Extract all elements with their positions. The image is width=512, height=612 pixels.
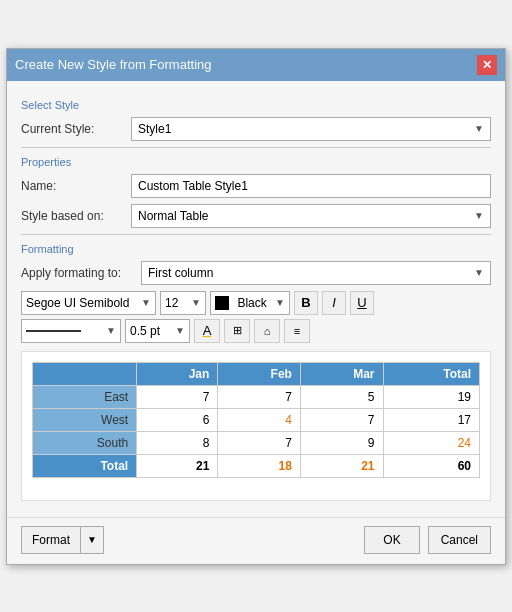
size-value: 12 bbox=[165, 296, 178, 310]
cell-west-mar: 7 bbox=[300, 408, 383, 431]
preview-table: Jan Feb Mar Total East 7 7 5 19 bbox=[32, 362, 480, 478]
shading-icon: ⌂ bbox=[264, 325, 271, 337]
row-label-east: East bbox=[33, 385, 137, 408]
current-style-select[interactable]: Style1 ▼ bbox=[131, 117, 491, 141]
cell-south-mar: 9 bbox=[300, 431, 383, 454]
row-label-south: South bbox=[33, 431, 137, 454]
apply-arrow: ▼ bbox=[474, 267, 484, 278]
properties-section-label: Properties bbox=[21, 156, 491, 168]
row-label-west: West bbox=[33, 408, 137, 431]
border-width-arrow: ▼ bbox=[175, 325, 185, 336]
current-style-control: Style1 ▼ bbox=[131, 117, 491, 141]
format-button[interactable]: Format bbox=[21, 526, 81, 554]
cell-total-total: 60 bbox=[383, 454, 479, 477]
color-arrow: ▼ bbox=[275, 297, 285, 308]
current-style-value: Style1 bbox=[138, 122, 171, 136]
style-based-value: Normal Table bbox=[138, 209, 208, 223]
apply-control: First column ▼ bbox=[141, 261, 491, 285]
title-bar: Create New Style from Formatting ✕ bbox=[7, 49, 505, 81]
border-size-value: 0.5 pt bbox=[130, 324, 160, 338]
name-input[interactable] bbox=[131, 174, 491, 198]
style-based-row: Style based on: Normal Table ▼ bbox=[21, 204, 491, 228]
shading-button[interactable]: ⌂ bbox=[254, 319, 280, 343]
table-row: West 6 4 7 17 bbox=[33, 408, 480, 431]
close-button[interactable]: ✕ bbox=[477, 55, 497, 75]
name-label: Name: bbox=[21, 179, 131, 193]
cell-east-total: 19 bbox=[383, 385, 479, 408]
table-row-total: Total 21 18 21 60 bbox=[33, 454, 480, 477]
underline-button[interactable]: U bbox=[350, 291, 374, 315]
align-button[interactable]: ≡ bbox=[284, 319, 310, 343]
footer-left: Format ▼ bbox=[21, 526, 104, 554]
cell-east-mar: 5 bbox=[300, 385, 383, 408]
apply-select[interactable]: First column ▼ bbox=[141, 261, 491, 285]
header-jan: Jan bbox=[137, 362, 218, 385]
style-based-label: Style based on: bbox=[21, 209, 131, 223]
name-row: Name: bbox=[21, 174, 491, 198]
cancel-button[interactable]: Cancel bbox=[428, 526, 491, 554]
border-style-select[interactable]: ▼ bbox=[21, 319, 121, 343]
cell-east-jan: 7 bbox=[137, 385, 218, 408]
table-row: South 8 7 9 24 bbox=[33, 431, 480, 454]
apply-value: First column bbox=[148, 266, 213, 280]
cell-west-jan: 6 bbox=[137, 408, 218, 431]
cell-south-total: 24 bbox=[383, 431, 479, 454]
preview-area: Jan Feb Mar Total East 7 7 5 19 bbox=[21, 351, 491, 501]
cell-total-feb: 18 bbox=[218, 454, 301, 477]
divider-2 bbox=[21, 234, 491, 235]
cell-west-total: 17 bbox=[383, 408, 479, 431]
create-style-dialog: Create New Style from Formatting ✕ Selec… bbox=[6, 48, 506, 565]
header-empty bbox=[33, 362, 137, 385]
header-mar: Mar bbox=[300, 362, 383, 385]
table-row: East 7 7 5 19 bbox=[33, 385, 480, 408]
font-value: Segoe UI Semibold bbox=[26, 296, 129, 310]
cell-east-feb: 7 bbox=[218, 385, 301, 408]
header-total: Total bbox=[383, 362, 479, 385]
divider-1 bbox=[21, 147, 491, 148]
style-based-select[interactable]: Normal Table ▼ bbox=[131, 204, 491, 228]
color-swatch bbox=[215, 296, 229, 310]
cell-total-mar: 21 bbox=[300, 454, 383, 477]
dialog-footer: Format ▼ OK Cancel bbox=[7, 517, 505, 564]
color-select[interactable]: Black ▼ bbox=[210, 291, 290, 315]
ok-button[interactable]: OK bbox=[364, 526, 419, 554]
font-row: Segoe UI Semibold ▼ 12 ▼ Black ▼ B I U bbox=[21, 291, 491, 315]
footer-right: OK Cancel bbox=[364, 526, 491, 554]
dialog-title: Create New Style from Formatting bbox=[15, 57, 212, 72]
align-icon: ≡ bbox=[294, 325, 300, 337]
border-icon: ⊞ bbox=[233, 324, 242, 337]
formatting-section-label: Formatting bbox=[21, 243, 491, 255]
select-style-section-label: Select Style bbox=[21, 99, 491, 111]
fill-icon: A bbox=[203, 323, 212, 338]
current-style-label: Current Style: bbox=[21, 122, 131, 136]
size-arrow: ▼ bbox=[191, 297, 201, 308]
fill-color-button[interactable]: A bbox=[194, 319, 220, 343]
dialog-body: Select Style Current Style: Style1 ▼ Pro… bbox=[7, 81, 505, 517]
header-feb: Feb bbox=[218, 362, 301, 385]
table-header-row: Jan Feb Mar Total bbox=[33, 362, 480, 385]
name-control bbox=[131, 174, 491, 198]
row-label-total: Total bbox=[33, 454, 137, 477]
current-style-arrow: ▼ bbox=[474, 123, 484, 134]
bold-button[interactable]: B bbox=[294, 291, 318, 315]
current-style-row: Current Style: Style1 ▼ bbox=[21, 117, 491, 141]
cell-south-feb: 7 bbox=[218, 431, 301, 454]
border-style-arrow: ▼ bbox=[106, 325, 116, 336]
border-width-select[interactable]: 0.5 pt ▼ bbox=[125, 319, 190, 343]
cell-south-jan: 8 bbox=[137, 431, 218, 454]
format-dropdown-button[interactable]: ▼ bbox=[81, 526, 104, 554]
font-arrow: ▼ bbox=[141, 297, 151, 308]
size-select[interactable]: 12 ▼ bbox=[160, 291, 206, 315]
font-select[interactable]: Segoe UI Semibold ▼ bbox=[21, 291, 156, 315]
color-label: Black bbox=[237, 296, 266, 310]
apply-row: Apply formating to: First column ▼ bbox=[21, 261, 491, 285]
cell-west-feb: 4 bbox=[218, 408, 301, 431]
style-based-arrow: ▼ bbox=[474, 210, 484, 221]
apply-label: Apply formating to: bbox=[21, 266, 141, 280]
cell-total-jan: 21 bbox=[137, 454, 218, 477]
style-based-control: Normal Table ▼ bbox=[131, 204, 491, 228]
border-button[interactable]: ⊞ bbox=[224, 319, 250, 343]
italic-button[interactable]: I bbox=[322, 291, 346, 315]
border-row: ▼ 0.5 pt ▼ A ⊞ ⌂ ≡ bbox=[21, 319, 491, 343]
